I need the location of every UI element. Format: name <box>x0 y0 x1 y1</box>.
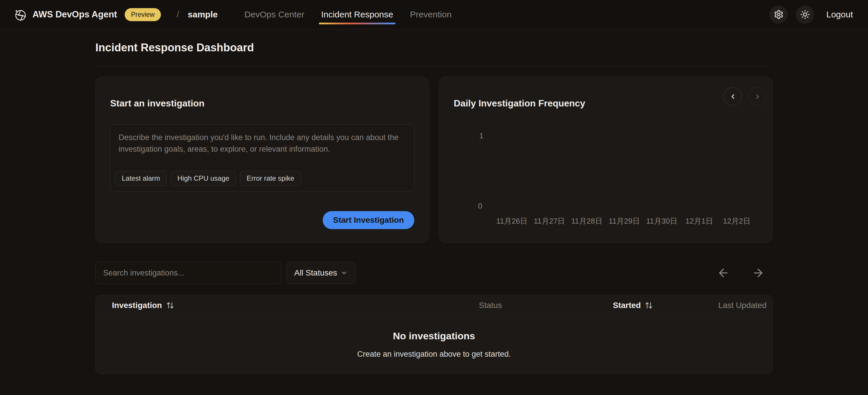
gear-icon <box>774 9 784 20</box>
suggestion-chips: Latest alarm High CPU usage Error rate s… <box>115 171 409 186</box>
chart-next-button[interactable] <box>748 87 767 105</box>
column-header-status: Status <box>479 301 613 310</box>
y-axis-tick-0: 0 <box>478 202 482 211</box>
tab-incident-response[interactable]: Incident Response <box>321 0 394 29</box>
start-investigation-title: Start an investigation <box>110 98 414 109</box>
chart-nav <box>724 87 767 105</box>
chevron-left-icon <box>729 93 737 100</box>
page-prev-button[interactable] <box>717 267 730 279</box>
breadcrumb-separator: / <box>177 10 179 20</box>
chart-bars <box>493 134 755 204</box>
empty-state-subtitle: Create an investigation above to get sta… <box>357 350 511 359</box>
empty-state-title: No investigations <box>393 330 475 342</box>
x-axis-label: 11月30日 <box>643 216 680 226</box>
theme-toggle-button[interactable] <box>796 5 814 24</box>
dashboard-cards: Start an investigation Latest alarm High… <box>95 77 773 243</box>
search-input[interactable] <box>95 262 281 284</box>
chip-error-rate-spike[interactable]: Error rate spike <box>240 171 301 186</box>
main-nav: DevOps Center Incident Response Preventi… <box>244 0 452 29</box>
chart-prev-button[interactable] <box>724 87 742 105</box>
title-divider <box>95 66 773 66</box>
sort-icon <box>645 301 653 309</box>
topbar-actions: Logout <box>769 5 855 24</box>
x-axis-label: 12月1日 <box>680 216 718 226</box>
tab-devops-center[interactable]: DevOps Center <box>244 0 304 29</box>
chevron-down-icon <box>341 269 348 276</box>
frequency-card: Daily Investigation Frequency 1 0 <box>439 77 773 243</box>
breadcrumb-project[interactable]: sample <box>188 9 218 20</box>
logout-button[interactable]: Logout <box>825 9 855 20</box>
app-logo-icon <box>13 8 27 21</box>
chip-latest-alarm[interactable]: Latest alarm <box>115 171 167 186</box>
x-axis-label: 12月2日 <box>718 216 755 226</box>
y-axis-tick-1: 1 <box>479 131 483 140</box>
arrow-left-icon <box>717 267 730 279</box>
table-empty-state: No investigations Create an investigatio… <box>96 315 772 373</box>
table-header-row: Investigation Status Started Last Update… <box>96 295 772 315</box>
brand: AWS DevOps Agent Preview / sample <box>13 8 218 21</box>
filter-row: All Statuses <box>95 262 773 284</box>
status-filter-value: All Statuses <box>294 268 337 277</box>
arrow-right-icon <box>752 267 765 279</box>
x-axis-label: 11月26日 <box>493 216 531 226</box>
chip-high-cpu-usage[interactable]: High CPU usage <box>171 171 236 186</box>
page-title: Incident Response Dashboard <box>95 41 773 54</box>
x-axis-labels: 11月26日 11月27日 11月28日 11月29日 11月30日 12月1日… <box>493 216 755 226</box>
settings-button[interactable] <box>769 5 788 24</box>
sun-icon <box>800 9 810 20</box>
main-content: Incident Response Dashboard Start an inv… <box>95 41 773 374</box>
frequency-card-title: Daily Investigation Frequency <box>454 98 585 109</box>
start-investigation-button[interactable]: Start Investigation <box>323 211 414 229</box>
start-investigation-card: Start an investigation Latest alarm High… <box>95 77 429 243</box>
x-axis-label: 11月28日 <box>568 216 606 226</box>
x-axis-label: 11月29日 <box>606 216 643 226</box>
sort-icon <box>166 301 174 309</box>
investigation-description-input[interactable] <box>115 128 409 165</box>
page-next-button[interactable] <box>752 267 765 279</box>
tab-prevention[interactable]: Prevention <box>410 0 452 29</box>
x-axis-label: 11月27日 <box>531 216 568 226</box>
investigations-table: Investigation Status Started Last Update… <box>95 295 773 374</box>
investigation-input-box: Latest alarm High CPU usage Error rate s… <box>110 124 414 191</box>
column-header-investigation[interactable]: Investigation <box>112 301 479 310</box>
topbar: AWS DevOps Agent Preview / sample DevOps… <box>0 0 868 29</box>
column-header-started[interactable]: Started <box>613 301 714 310</box>
brand-title: AWS DevOps Agent <box>32 9 117 20</box>
preview-badge: Preview <box>125 8 161 21</box>
pagination <box>717 267 765 279</box>
column-header-last-updated: Last Updated <box>714 301 767 310</box>
frequency-chart: 1 0 11月26日 11月27日 11月28日 11月29日 11月30日 1… <box>454 125 763 229</box>
chevron-right-icon <box>754 93 761 100</box>
status-filter-select[interactable]: All Statuses <box>286 262 355 284</box>
